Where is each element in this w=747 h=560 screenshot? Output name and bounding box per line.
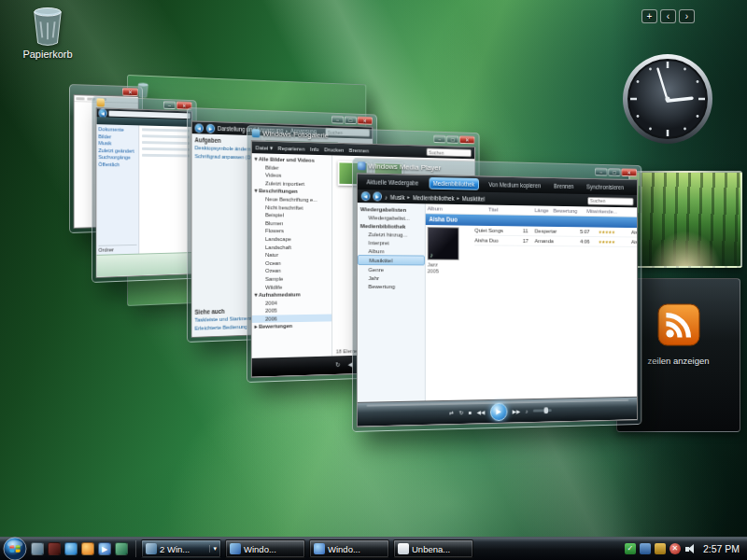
breadcrumb-musik[interactable]: Musik: [390, 193, 405, 200]
taskbar-button-media-player[interactable]: Windo...: [309, 539, 389, 558]
toolbar-reparieren[interactable]: Reparieren: [278, 145, 305, 152]
tree-item[interactable]: Ocean: [252, 259, 331, 268]
quicklaunch-internet-explorer-icon[interactable]: [64, 542, 78, 555]
album-art: ♪: [428, 227, 459, 260]
tree-item[interactable]: Landschaft: [252, 244, 331, 252]
minimize-icon[interactable]: –: [331, 116, 344, 124]
file-list: [139, 125, 191, 253]
quicklaunch-media-center-icon[interactable]: [81, 542, 94, 555]
tree-item[interactable]: Genre: [358, 265, 425, 273]
tab-aktuelle-wiedergabe[interactable]: Aktuelle Wiedergabe: [363, 176, 422, 188]
recycle-bin-label: Papierkorb: [7, 49, 88, 60]
tree-item[interactable]: Flowers: [252, 227, 331, 235]
photo-slideshow-gadget[interactable]: [628, 171, 742, 268]
tree-item-selected[interactable]: Musiktitel: [358, 255, 425, 265]
photo-gallery-icon: [230, 543, 241, 554]
album-cell[interactable]: ♪ Jazz 2005: [426, 225, 475, 400]
update-icon[interactable]: [655, 543, 666, 554]
volume-slider[interactable]: [533, 409, 552, 412]
maximize-icon[interactable]: □: [345, 116, 357, 124]
window-title: Windows Media Player: [368, 161, 441, 172]
tab-brennen[interactable]: Brennen: [550, 181, 577, 191]
clock-gadget[interactable]: [621, 52, 714, 146]
media-player-icon: [314, 543, 325, 554]
play-button[interactable]: ▶: [490, 402, 507, 421]
minimize-icon[interactable]: –: [163, 101, 176, 109]
window-title: Windows-Fotogalerie: [262, 130, 328, 140]
quicklaunch-media-player-icon[interactable]: ▶: [98, 542, 111, 555]
maximize-icon[interactable]: □: [446, 135, 458, 144]
recycle-bin-icon: [30, 6, 65, 47]
search-input[interactable]: [427, 147, 472, 157]
toolbar-info[interactable]: Info: [310, 146, 319, 152]
tree-item[interactable]: ▸ Bewertungen: [252, 322, 331, 331]
quicklaunch-photo-gallery-icon[interactable]: [115, 542, 128, 555]
security-center-icon[interactable]: ✓: [625, 543, 636, 554]
track-row[interactable]: Aisha Duo 17 Amanda 4:06 ★★★★★ Aisha Duo: [474, 236, 637, 247]
previous-icon[interactable]: ◀◀: [477, 409, 486, 415]
window-explorer[interactable]: – ✕ ◀ Dokumente Bilder Musik Zuletzt geä…: [92, 96, 197, 283]
window-media-player[interactable]: Windows Media Player – □ ✕ Aktuelle Wied…: [352, 158, 641, 432]
system-tray: ✓ ✕ 2:57 PM: [625, 543, 747, 555]
back-icon[interactable]: ◀: [361, 191, 371, 201]
photo-gallery-icon: [252, 129, 261, 137]
document-icon: [398, 543, 409, 554]
recycle-bin[interactable]: Papierkorb: [7, 6, 88, 60]
add-gadget-button[interactable]: +: [641, 9, 657, 23]
shuffle-icon[interactable]: ⇄: [449, 410, 454, 416]
back-icon[interactable]: ◀: [195, 123, 204, 133]
gadgets-prev-button[interactable]: ‹: [660, 9, 676, 23]
breadcrumb-medienbibliothek[interactable]: Medienbibliothek: [413, 194, 455, 202]
playback-controls: ⇄ ↻ ■ ◀◀ ▶ ▶▶ ♪: [358, 397, 637, 427]
gadgets-next-button[interactable]: ›: [679, 9, 695, 23]
mute-icon[interactable]: ♪: [526, 408, 529, 413]
chevron-down-icon[interactable]: ▾: [209, 545, 217, 553]
forward-icon[interactable]: ▶: [373, 191, 382, 201]
taskbar-clock[interactable]: 2:57 PM: [703, 543, 740, 554]
stop-icon[interactable]: ■: [469, 410, 472, 415]
tree-item[interactable]: Jahr: [358, 273, 425, 282]
toolbar-brennen[interactable]: Brennen: [349, 147, 369, 153]
gallery-tree: ▾ Alle Bilder und Videos Bilder Videos Z…: [252, 153, 332, 358]
maximize-icon[interactable]: □: [608, 168, 620, 176]
nav-link-oeffentlich[interactable]: Öffentlich: [98, 161, 136, 169]
quicklaunch-switch-windows-icon[interactable]: [48, 542, 61, 555]
taskbar-button-window-group[interactable]: 2 Win... ▾: [141, 539, 221, 558]
close-icon[interactable]: ✕: [358, 117, 373, 125]
breadcrumb-musiktitel[interactable]: Musiktitel: [462, 195, 485, 202]
track-list: Album Titel Länge Bewertung Mitwirkende.…: [426, 203, 637, 400]
tree-item[interactable]: Natur: [252, 251, 331, 259]
next-icon[interactable]: ▶▶: [513, 408, 520, 414]
taskbar-button-unbenannt[interactable]: Unbena...: [393, 539, 473, 558]
close-icon[interactable]: ✕: [122, 87, 138, 95]
tab-synchronisieren[interactable]: Synchronisieren: [584, 182, 627, 192]
start-button[interactable]: [3, 537, 27, 560]
repeat-icon[interactable]: ↻: [459, 409, 464, 415]
album-year: 2005: [428, 268, 473, 274]
toolbar-datei[interactable]: Datei ▾: [256, 144, 273, 150]
close-icon[interactable]: ✕: [459, 135, 474, 144]
volume-icon[interactable]: [684, 543, 697, 555]
quicklaunch-show-desktop-icon[interactable]: [31, 542, 44, 555]
rss-icon: [657, 303, 700, 346]
minimize-icon[interactable]: –: [595, 168, 607, 176]
vista-flip3d-desktop: Papierkorb + ‹ ›: [0, 0, 747, 560]
security-alert-icon[interactable]: ✕: [669, 543, 681, 554]
taskbar-button-fotogalerie[interactable]: Windo...: [225, 539, 305, 558]
search-input[interactable]: [587, 196, 633, 204]
close-icon[interactable]: ✕: [621, 168, 637, 176]
tab-medienbibliothek[interactable]: Medienbibliothek: [429, 177, 479, 190]
rotate-icon[interactable]: ↻: [335, 361, 340, 369]
note-icon: ♪: [385, 193, 388, 200]
forward-icon[interactable]: ▶: [206, 123, 215, 133]
tab-von-medium-kopieren[interactable]: Von Medium kopieren: [486, 179, 544, 190]
toolbar-drucken[interactable]: Drucken: [324, 146, 344, 152]
tree-item[interactable]: Bewertung: [358, 282, 425, 290]
chevron-right-icon: ▸: [407, 194, 410, 200]
tree-item[interactable]: Landscape: [252, 235, 331, 244]
minimize-icon[interactable]: –: [433, 134, 445, 143]
network-icon[interactable]: [640, 543, 651, 554]
library-tree: Wiedergabelisten Wiedergabelist... Medie…: [358, 203, 426, 402]
folders-band[interactable]: Ordner: [98, 245, 136, 253]
details-pane: [97, 252, 192, 277]
